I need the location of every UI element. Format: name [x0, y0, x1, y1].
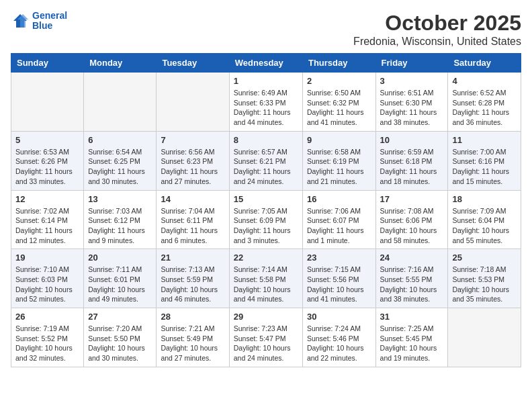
calendar-cell: 2Sunrise: 6:50 AM Sunset: 6:32 PM Daylig…: [302, 73, 375, 132]
calendar-cell: 31Sunrise: 7:25 AM Sunset: 5:45 PM Dayli…: [375, 308, 448, 367]
calendar-cell: 20Sunrise: 7:11 AM Sunset: 6:01 PM Dayli…: [84, 249, 157, 308]
day-info: Sunrise: 7:24 AM Sunset: 5:46 PM Dayligh…: [307, 324, 371, 363]
day-info: Sunrise: 6:50 AM Sunset: 6:32 PM Dayligh…: [307, 88, 371, 128]
day-info: Sunrise: 7:04 AM Sunset: 6:11 PM Dayligh…: [161, 206, 224, 246]
calendar-cell: 12Sunrise: 7:02 AM Sunset: 6:14 PM Dayli…: [11, 190, 84, 249]
calendar-cell: 17Sunrise: 7:08 AM Sunset: 6:06 PM Dayli…: [375, 190, 448, 249]
day-info: Sunrise: 7:25 AM Sunset: 5:45 PM Dayligh…: [380, 324, 444, 363]
day-info: Sunrise: 7:20 AM Sunset: 5:50 PM Dayligh…: [88, 324, 152, 363]
day-number: 6: [88, 135, 152, 145]
location: Fredonia, Wisconsin, United States: [353, 36, 521, 48]
week-row-1: 1Sunrise: 6:49 AM Sunset: 6:33 PM Daylig…: [11, 73, 521, 132]
day-info: Sunrise: 7:03 AM Sunset: 6:12 PM Dayligh…: [88, 206, 152, 246]
day-number: 29: [234, 312, 298, 322]
calendar: SundayMondayTuesdayWednesdayThursdayFrid…: [11, 53, 521, 367]
day-info: Sunrise: 7:18 AM Sunset: 5:53 PM Dayligh…: [452, 265, 517, 304]
logo-icon: [11, 11, 30, 30]
day-number: 16: [307, 194, 371, 204]
week-row-5: 26Sunrise: 7:19 AM Sunset: 5:52 PM Dayli…: [11, 308, 521, 367]
day-info: Sunrise: 6:52 AM Sunset: 6:28 PM Dayligh…: [452, 88, 517, 128]
day-number: 11: [452, 135, 517, 145]
calendar-cell: 10Sunrise: 6:59 AM Sunset: 6:18 PM Dayli…: [375, 131, 448, 190]
day-info: Sunrise: 6:58 AM Sunset: 6:19 PM Dayligh…: [307, 147, 371, 187]
calendar-cell: 15Sunrise: 7:05 AM Sunset: 6:09 PM Dayli…: [229, 190, 302, 249]
day-number: 17: [380, 194, 444, 204]
calendar-cell: 18Sunrise: 7:09 AM Sunset: 6:04 PM Dayli…: [448, 190, 521, 249]
weekday-header-thursday: Thursday: [302, 54, 375, 73]
week-row-4: 19Sunrise: 7:10 AM Sunset: 6:03 PM Dayli…: [11, 249, 521, 308]
calendar-cell: 6Sunrise: 6:54 AM Sunset: 6:25 PM Daylig…: [84, 131, 157, 190]
day-number: 8: [234, 135, 298, 145]
calendar-cell: 28Sunrise: 7:21 AM Sunset: 5:49 PM Dayli…: [157, 308, 229, 367]
calendar-cell: 19Sunrise: 7:10 AM Sunset: 6:03 PM Dayli…: [11, 249, 84, 308]
calendar-cell: [84, 73, 157, 132]
day-info: Sunrise: 7:14 AM Sunset: 5:58 PM Dayligh…: [234, 265, 298, 304]
day-info: Sunrise: 6:49 AM Sunset: 6:33 PM Dayligh…: [234, 88, 298, 128]
day-info: Sunrise: 6:54 AM Sunset: 6:25 PM Dayligh…: [88, 147, 152, 187]
week-row-3: 12Sunrise: 7:02 AM Sunset: 6:14 PM Dayli…: [11, 190, 521, 249]
title-section: October 2025 Fredonia, Wisconsin, United…: [353, 11, 521, 48]
day-number: 5: [15, 135, 79, 145]
day-number: 7: [161, 135, 224, 145]
calendar-cell: 30Sunrise: 7:24 AM Sunset: 5:46 PM Dayli…: [302, 308, 375, 367]
calendar-cell: 25Sunrise: 7:18 AM Sunset: 5:53 PM Dayli…: [448, 249, 521, 308]
day-number: 3: [380, 76, 444, 86]
day-number: 25: [452, 253, 517, 263]
day-number: 30: [307, 312, 371, 322]
day-number: 22: [234, 253, 298, 263]
calendar-cell: 5Sunrise: 6:53 AM Sunset: 6:26 PM Daylig…: [11, 131, 84, 190]
day-info: Sunrise: 7:19 AM Sunset: 5:52 PM Dayligh…: [15, 324, 79, 363]
day-number: 12: [15, 194, 79, 204]
day-info: Sunrise: 7:21 AM Sunset: 5:49 PM Dayligh…: [161, 324, 224, 363]
day-number: 23: [307, 253, 371, 263]
day-info: Sunrise: 7:15 AM Sunset: 5:56 PM Dayligh…: [307, 265, 371, 304]
calendar-cell: 21Sunrise: 7:13 AM Sunset: 5:59 PM Dayli…: [157, 249, 229, 308]
calendar-cell: 3Sunrise: 6:51 AM Sunset: 6:30 PM Daylig…: [375, 73, 448, 132]
day-info: Sunrise: 7:02 AM Sunset: 6:14 PM Dayligh…: [15, 206, 79, 246]
week-row-2: 5Sunrise: 6:53 AM Sunset: 6:26 PM Daylig…: [11, 131, 521, 190]
calendar-cell: 7Sunrise: 6:56 AM Sunset: 6:23 PM Daylig…: [157, 131, 229, 190]
day-info: Sunrise: 7:05 AM Sunset: 6:09 PM Dayligh…: [234, 206, 298, 246]
calendar-cell: 13Sunrise: 7:03 AM Sunset: 6:12 PM Dayli…: [84, 190, 157, 249]
weekday-header-saturday: Saturday: [448, 54, 521, 73]
day-info: Sunrise: 7:09 AM Sunset: 6:04 PM Dayligh…: [452, 206, 517, 246]
day-info: Sunrise: 6:59 AM Sunset: 6:18 PM Dayligh…: [380, 147, 444, 187]
day-info: Sunrise: 7:13 AM Sunset: 5:59 PM Dayligh…: [161, 265, 224, 304]
calendar-cell: [11, 73, 84, 132]
calendar-cell: 23Sunrise: 7:15 AM Sunset: 5:56 PM Dayli…: [302, 249, 375, 308]
calendar-cell: 27Sunrise: 7:20 AM Sunset: 5:50 PM Dayli…: [84, 308, 157, 367]
day-info: Sunrise: 7:11 AM Sunset: 6:01 PM Dayligh…: [88, 265, 152, 304]
day-number: 19: [15, 253, 79, 263]
day-info: Sunrise: 7:08 AM Sunset: 6:06 PM Dayligh…: [380, 206, 444, 246]
weekday-header-tuesday: Tuesday: [157, 54, 229, 73]
day-number: 10: [380, 135, 444, 145]
day-number: 18: [452, 194, 517, 204]
weekday-header-sunday: Sunday: [11, 54, 84, 73]
weekday-header-monday: Monday: [84, 54, 157, 73]
calendar-cell: 4Sunrise: 6:52 AM Sunset: 6:28 PM Daylig…: [448, 73, 521, 132]
logo: General Blue: [11, 11, 67, 32]
day-info: Sunrise: 7:00 AM Sunset: 6:16 PM Dayligh…: [452, 147, 517, 187]
day-number: 9: [307, 135, 371, 145]
weekday-header-row: SundayMondayTuesdayWednesdayThursdayFrid…: [11, 54, 521, 73]
day-number: 24: [380, 253, 444, 263]
calendar-cell: 8Sunrise: 6:57 AM Sunset: 6:21 PM Daylig…: [229, 131, 302, 190]
logo-text: General Blue: [32, 11, 67, 32]
calendar-cell: 26Sunrise: 7:19 AM Sunset: 5:52 PM Dayli…: [11, 308, 84, 367]
page-header: General Blue October 2025 Fredonia, Wisc…: [11, 11, 521, 48]
calendar-cell: [448, 308, 521, 367]
calendar-cell: 9Sunrise: 6:58 AM Sunset: 6:19 PM Daylig…: [302, 131, 375, 190]
calendar-cell: 16Sunrise: 7:06 AM Sunset: 6:07 PM Dayli…: [302, 190, 375, 249]
weekday-header-wednesday: Wednesday: [229, 54, 302, 73]
calendar-cell: 22Sunrise: 7:14 AM Sunset: 5:58 PM Dayli…: [229, 249, 302, 308]
day-number: 21: [161, 253, 224, 263]
calendar-cell: 14Sunrise: 7:04 AM Sunset: 6:11 PM Dayli…: [157, 190, 229, 249]
day-number: 20: [88, 253, 152, 263]
day-number: 27: [88, 312, 152, 322]
calendar-cell: 24Sunrise: 7:16 AM Sunset: 5:55 PM Dayli…: [375, 249, 448, 308]
day-info: Sunrise: 7:16 AM Sunset: 5:55 PM Dayligh…: [380, 265, 444, 304]
day-info: Sunrise: 6:53 AM Sunset: 6:26 PM Dayligh…: [15, 147, 79, 187]
weekday-header-friday: Friday: [375, 54, 448, 73]
day-number: 15: [234, 194, 298, 204]
day-number: 31: [380, 312, 444, 322]
